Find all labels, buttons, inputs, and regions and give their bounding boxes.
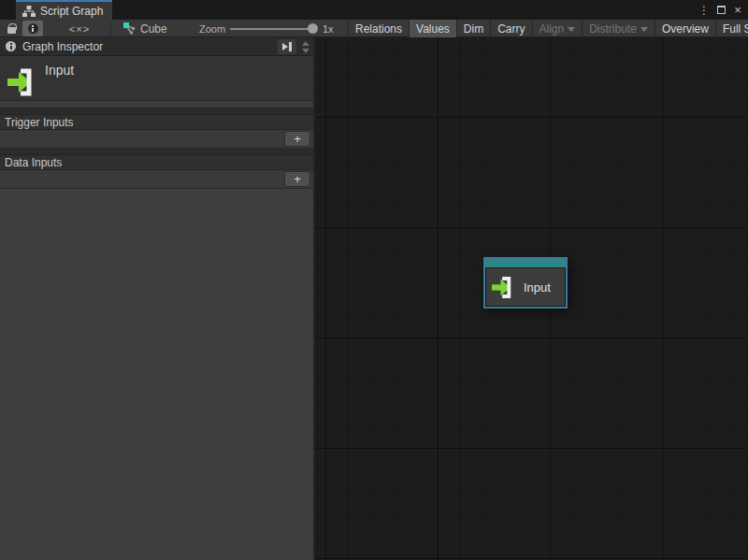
input-node-header: [485, 259, 566, 268]
node-title: Input: [45, 63, 74, 78]
overview-label: Overview: [662, 22, 709, 36]
inspector-toggle-button[interactable]: [22, 21, 43, 36]
trigger-inputs-list: +: [0, 130, 313, 149]
full-screen-label: Full Screen: [723, 22, 748, 36]
trigger-inputs-header: Trigger Inputs: [0, 114, 313, 130]
toolbar-separator: [110, 22, 111, 36]
zoom-slider-handle[interactable]: [308, 23, 318, 34]
dim-button[interactable]: Dim: [456, 20, 490, 37]
chevron-down-icon: [568, 27, 575, 32]
data-inputs-label: Data Inputs: [5, 156, 62, 169]
dock-panel-button[interactable]: [278, 39, 296, 54]
distribute-button[interactable]: Distribute: [582, 20, 654, 37]
graph-inspector-title: Graph Inspector: [22, 40, 103, 53]
input-unit-icon: [7, 66, 39, 98]
input-node-label: Input: [524, 280, 551, 294]
relations-label: Relations: [355, 22, 402, 36]
values-button[interactable]: Values: [409, 20, 456, 37]
input-node-body: Input: [485, 268, 566, 307]
close-icon[interactable]: ×: [729, 0, 746, 20]
lock-button[interactable]: [2, 20, 21, 37]
zoom-value: 1x: [323, 20, 334, 37]
selected-node-preview: Input: [0, 56, 313, 101]
dock-bar-icon: [289, 42, 292, 51]
zoom-label: Zoom: [199, 20, 225, 37]
scroll-up-icon: [302, 41, 309, 46]
inspector-empty-row: [0, 101, 313, 108]
graph-inspector-panel: Graph Inspector Input Trigger Inputs: [0, 37, 315, 560]
chevron-down-icon: [640, 27, 648, 32]
data-inputs-header: Data Inputs: [0, 154, 313, 170]
graph-inspector-header: Graph Inspector: [0, 37, 313, 56]
scroll-down-icon: [302, 49, 309, 53]
toolbar-button-group: Relations Values Dim Carry Align Distrib…: [348, 20, 748, 37]
dock-arrow-icon: [282, 43, 288, 50]
inspector-filler: [0, 189, 313, 560]
lock-icon: [7, 27, 16, 34]
add-data-input-button[interactable]: +: [284, 171, 310, 187]
trigger-inputs-label: Trigger Inputs: [5, 116, 74, 129]
values-label: Values: [416, 22, 450, 36]
window-content: Graph Inspector Input Trigger Inputs: [0, 37, 748, 560]
dim-label: Dim: [464, 22, 483, 36]
info-icon: [6, 41, 16, 51]
carry-button[interactable]: Carry: [490, 20, 531, 37]
graph-node-icon: [123, 22, 136, 35]
input-node[interactable]: Input: [483, 257, 568, 309]
info-icon: [28, 23, 38, 34]
zoom-slider-track[interactable]: [230, 28, 314, 30]
graph-breadcrumb-button[interactable]: Cube: [118, 20, 173, 37]
add-trigger-input-button[interactable]: +: [284, 131, 310, 147]
tab-script-graph[interactable]: Script Graph: [16, 0, 112, 20]
maximize-box: [717, 6, 726, 14]
distribute-label: Distribute: [589, 22, 637, 36]
relations-button[interactable]: Relations: [348, 20, 409, 37]
overview-button[interactable]: Overview: [654, 20, 715, 37]
data-inputs-list: +: [0, 170, 313, 189]
carry-label: Carry: [497, 22, 525, 36]
window-controls: ⋮ ×: [696, 0, 746, 20]
maximize-icon[interactable]: [712, 0, 729, 20]
align-button[interactable]: Align: [532, 20, 583, 37]
code-view-button[interactable]: <×>: [54, 20, 105, 37]
input-unit-icon: [492, 275, 517, 300]
tab-title: Script Graph: [40, 5, 103, 18]
full-screen-button[interactable]: Full Screen: [715, 20, 748, 37]
window-menu-icon[interactable]: ⋮: [696, 0, 712, 20]
panel-scroll-spinner[interactable]: [299, 38, 311, 56]
script-graph-icon: [22, 6, 36, 17]
align-label: Align: [539, 22, 565, 36]
graph-canvas[interactable]: Input: [315, 37, 746, 560]
graph-name-label: Cube: [140, 22, 167, 36]
title-bar: Script Graph ⋮ ×: [0, 0, 748, 20]
graph-toolbar: <×> Cube Zoom 1x Relations Values Dim Ca…: [0, 20, 748, 37]
